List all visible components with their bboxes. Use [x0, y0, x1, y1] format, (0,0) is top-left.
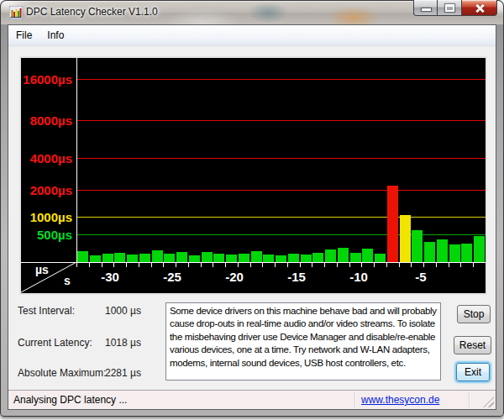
x-axis-tick: [113, 263, 114, 267]
x-axis-tick: [300, 263, 301, 267]
latency-bar: [449, 244, 460, 262]
test-interval-label: Test Interval:: [18, 305, 75, 317]
absolute-maximum-value: 2281 µs: [105, 367, 141, 379]
x-axis-tick: [176, 263, 176, 267]
latency-chart: µs s 500µs1000µs2000µs4000µs8000µs16000µ…: [21, 58, 486, 293]
x-axis-tick: [287, 263, 288, 267]
x-axis-tick: [460, 263, 461, 267]
x-axis-tick: [386, 263, 387, 267]
gridline-500us: [76, 234, 486, 235]
latency-bar: [114, 253, 125, 262]
latency-bar: [189, 255, 200, 262]
test-interval-value: 1000 µs: [105, 305, 141, 317]
client-area: File Info µs s 500µs1000µs2000µs4000µs80…: [8, 24, 496, 410]
x-axis-label--25: -25: [163, 270, 181, 284]
x-axis-tick: [139, 263, 139, 267]
x-axis-tick: [151, 263, 152, 267]
latency-bar: [325, 249, 336, 262]
latency-bar: [90, 255, 101, 262]
x-axis-unit-label: s: [64, 274, 71, 287]
close-button[interactable]: [462, 0, 497, 16]
gridline-4000us: [76, 158, 486, 159]
x-axis-tick: [275, 263, 276, 267]
gridline-8000us: [76, 120, 486, 121]
stop-button[interactable]: Stop: [457, 305, 491, 323]
x-axis-label--5: -5: [415, 270, 426, 284]
x-axis-tick: [213, 263, 213, 267]
close-icon: [474, 3, 485, 13]
x-axis-tick: [312, 263, 312, 267]
latency-bar: [127, 255, 138, 262]
latency-bar: [202, 252, 213, 262]
latency-bar: [152, 250, 163, 262]
latency-bar: [474, 236, 485, 262]
menu-info[interactable]: Info: [39, 26, 71, 45]
x-axis-tick: [188, 263, 189, 267]
status-bar: Analysing DPC latency ... www.thesycon.d…: [8, 390, 496, 409]
latency-bar: [251, 251, 262, 262]
latency-bar: [461, 244, 472, 262]
latency-bar: [400, 215, 411, 262]
x-axis-tick: [102, 263, 102, 267]
gridline-16000us: [76, 79, 486, 80]
x-axis-tick: [449, 263, 449, 267]
exit-button[interactable]: Exit: [456, 363, 490, 381]
x-axis-tick: [89, 263, 90, 267]
app-icon: [9, 6, 23, 19]
maximize-button[interactable]: [438, 0, 462, 16]
x-axis-tick: [238, 263, 239, 267]
status-separator: [469, 392, 470, 407]
x-axis-label--10: -10: [349, 270, 368, 284]
x-axis-baseline: [21, 262, 486, 263]
x-axis-tick: [126, 263, 127, 267]
x-axis-tick: [423, 263, 424, 267]
y-axis-label-2000us: 2000µs: [21, 183, 72, 197]
latency-bar: [102, 254, 113, 262]
window-title: DPC Latency Checker V1.1.0: [26, 6, 158, 18]
latency-bar: [139, 254, 150, 262]
x-axis-tick: [250, 263, 251, 267]
app-window: DPC Latency Checker V1.1.0 File Info µs …: [0, 0, 504, 417]
minimize-icon: [422, 8, 431, 11]
latency-bar: [375, 254, 386, 262]
x-axis-tick: [374, 263, 375, 267]
x-axis-tick: [436, 263, 437, 267]
latency-bar: [350, 253, 361, 262]
x-axis-tick: [411, 263, 412, 267]
x-axis-tick: [324, 263, 325, 267]
caption-buttons: [413, 0, 497, 17]
menu-bar: File Info: [8, 25, 496, 46]
latency-bar: [213, 254, 224, 262]
x-axis-tick: [76, 263, 77, 267]
thesycon-link[interactable]: www.thesycon.de: [361, 394, 439, 406]
y-axis-label-8000us: 8000µs: [21, 113, 72, 128]
absolute-maximum-label: Absolute Maximum:: [18, 367, 106, 379]
latency-bar: [312, 253, 323, 262]
menu-file[interactable]: File: [8, 26, 39, 45]
latency-bar: [412, 230, 423, 262]
status-message: Analysing DPC latency ...: [13, 394, 127, 406]
latency-bar: [276, 255, 286, 262]
latency-bar: [226, 255, 237, 262]
x-axis-tick: [361, 263, 362, 267]
status-separator: [354, 392, 355, 407]
latency-bar: [239, 254, 249, 262]
x-axis-tick: [473, 263, 474, 267]
y-axis-line: [76, 58, 77, 262]
x-axis-tick: [201, 263, 202, 267]
current-latency-label: Current Latency:: [18, 337, 92, 349]
latency-bar: [288, 254, 299, 262]
x-axis-tick: [225, 263, 226, 267]
title-bar[interactable]: DPC Latency Checker V1.1.0: [1, 1, 503, 24]
latency-bar: [424, 242, 435, 262]
latency-bar: [362, 249, 373, 262]
latency-chart-panel: µs s 500µs1000µs2000µs4000µs8000µs16000µ…: [19, 56, 487, 295]
y-axis-label-4000us: 4000µs: [21, 151, 72, 165]
y-axis-label-16000us: 16000µs: [21, 72, 72, 87]
reset-button[interactable]: Reset: [454, 336, 491, 354]
minimize-button[interactable]: [413, 0, 438, 16]
latency-bar: [263, 255, 274, 262]
latency-bar: [387, 186, 398, 262]
x-axis-tick: [337, 263, 338, 267]
resize-grip-icon[interactable]: [483, 396, 494, 407]
